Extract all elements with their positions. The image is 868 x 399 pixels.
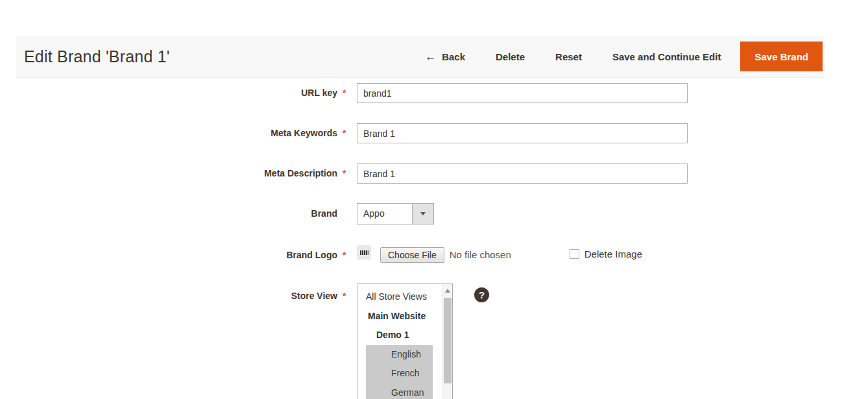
url-key-row: URL key * <box>0 83 868 103</box>
back-button-label: Back <box>442 51 465 62</box>
brand-select-arrow-button[interactable] <box>412 204 433 224</box>
meta-keywords-label: Meta Keywords <box>0 123 337 143</box>
header-action-links: ← Back Delete Reset Save and Continue Ed… <box>425 51 721 62</box>
no-file-chosen-text: No file chosen <box>450 247 511 263</box>
store-view-multiselect[interactable]: All Store Views Main Website Demo 1 Engl… <box>357 284 453 399</box>
save-and-continue-button[interactable]: Save and Continue Edit <box>612 51 721 62</box>
option-all-store-views[interactable]: All Store Views <box>357 287 452 307</box>
brand-row: Brand Appo <box>0 203 868 224</box>
page-header: Edit Brand 'Brand 1' ← Back Delete Reset… <box>16 36 825 78</box>
delete-image-checkbox[interactable] <box>570 249 579 259</box>
meta-description-input[interactable] <box>357 163 688 184</box>
page-title: Edit Brand 'Brand 1' <box>24 47 170 66</box>
option-demo-1[interactable]: Demo 1 <box>357 326 452 345</box>
help-icon[interactable]: ? <box>474 287 489 302</box>
back-button[interactable]: ← Back <box>425 51 465 62</box>
brand-logo-thumbnail <box>357 245 371 260</box>
store-view-row: Store View * All Store Views Main Websit… <box>0 284 868 399</box>
reset-button[interactable]: Reset <box>555 51 582 62</box>
delete-image-option[interactable]: Delete Image <box>570 248 642 260</box>
store-view-option-list: All Store Views Main Website Demo 1 Engl… <box>357 284 452 399</box>
brand-label: Brand <box>0 203 337 224</box>
required-marker: * <box>337 163 357 184</box>
option-french[interactable]: French <box>366 364 433 383</box>
brand-logo-row: Brand Logo * Choose File No file chosen … <box>0 245 868 263</box>
delete-button[interactable]: Delete <box>496 51 525 62</box>
meta-keywords-row: Meta Keywords * <box>0 123 868 143</box>
meta-keywords-input[interactable] <box>357 123 688 143</box>
required-marker: * <box>337 123 357 143</box>
brand-select-value: Appo <box>357 204 412 224</box>
option-german[interactable]: German <box>366 383 433 399</box>
brand-select[interactable]: Appo <box>357 203 434 224</box>
listbox-scrollbar[interactable] <box>442 284 452 399</box>
chevron-down-icon <box>420 212 426 215</box>
scroll-up-button[interactable] <box>443 284 452 296</box>
meta-description-row: Meta Description * <box>0 163 868 184</box>
option-main-website[interactable]: Main Website <box>357 307 452 326</box>
brand-logo-thumbnail-image <box>360 250 368 255</box>
header-actions: ← Back Delete Reset Save and Continue Ed… <box>425 42 823 71</box>
choose-file-button[interactable]: Choose File <box>380 247 444 263</box>
option-english[interactable]: English <box>366 345 433 365</box>
arrow-up-icon <box>445 289 450 293</box>
back-arrow-icon: ← <box>425 51 436 62</box>
url-key-input[interactable] <box>357 83 688 103</box>
delete-image-label: Delete Image <box>585 248 642 260</box>
brand-logo-label: Brand Logo <box>0 245 337 262</box>
required-marker: * <box>337 83 357 103</box>
url-key-label: URL key <box>0 83 337 103</box>
required-marker: * <box>337 284 357 301</box>
scrollbar-thumb[interactable] <box>444 298 452 383</box>
store-view-label: Store View <box>0 284 337 301</box>
save-brand-button[interactable]: Save Brand <box>740 42 823 71</box>
required-marker: * <box>337 245 357 262</box>
selected-options-block: English French German <box>366 345 433 399</box>
meta-description-label: Meta Description <box>0 163 337 184</box>
